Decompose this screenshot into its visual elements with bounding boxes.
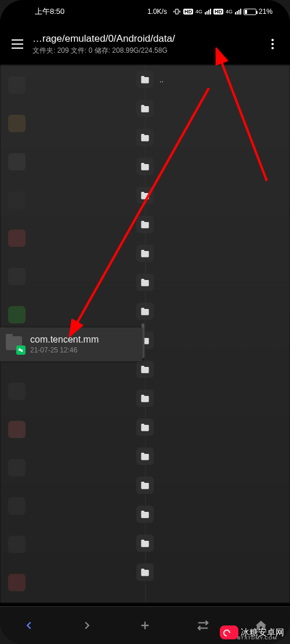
app-icon bbox=[8, 574, 26, 591]
app-icon bbox=[8, 459, 26, 476]
folder-item[interactable] bbox=[136, 216, 154, 233]
watermark: 冰糖安卓网 BTXTDMY.COM bbox=[220, 625, 284, 639]
wechat-badge-icon bbox=[16, 345, 26, 355]
folder-icon bbox=[6, 335, 24, 354]
folder-item[interactable] bbox=[136, 245, 154, 262]
breadcrumb-path[interactable]: …rage/emulated/0/Android/data/ bbox=[32, 33, 262, 45]
app-icon bbox=[8, 536, 26, 553]
app-icon bbox=[8, 268, 26, 285]
file-list: .. com.tencent.mm 21-07-25 12:46 bbox=[0, 65, 290, 603]
signal-icon-1 bbox=[205, 9, 211, 14]
folder-up-label: .. bbox=[160, 75, 164, 84]
folder-item[interactable] bbox=[136, 390, 154, 407]
folder-icon bbox=[136, 158, 154, 175]
app-icon bbox=[8, 421, 26, 438]
folder-item[interactable] bbox=[136, 158, 154, 175]
status-bar: 上午8:50 1.0K/s HD 4G HD 4G 21% bbox=[0, 0, 290, 23]
net-type-1: 4G bbox=[195, 9, 202, 14]
folder-icon bbox=[136, 390, 154, 407]
hd-badge-2: HD bbox=[213, 9, 223, 14]
add-button[interactable] bbox=[128, 611, 162, 640]
battery-pct: 21% bbox=[259, 8, 273, 16]
folder-icon bbox=[136, 505, 154, 523]
folder-item[interactable] bbox=[136, 303, 154, 320]
app-icon bbox=[8, 115, 26, 132]
watermark-sub: BTXTDMY.COM bbox=[237, 635, 277, 641]
app-icon bbox=[8, 383, 26, 400]
item-name: com.tencent.mm bbox=[30, 334, 99, 345]
folder-icon bbox=[136, 274, 154, 291]
app-icon bbox=[8, 306, 26, 323]
folder-item[interactable] bbox=[136, 563, 154, 581]
folder-item[interactable] bbox=[136, 187, 154, 204]
folder-item[interactable] bbox=[136, 274, 154, 291]
folder-icon bbox=[136, 476, 154, 494]
folder-item[interactable] bbox=[136, 129, 154, 146]
folder-icon bbox=[136, 71, 154, 88]
folder-up[interactable]: .. bbox=[136, 71, 154, 88]
app-icon bbox=[8, 77, 26, 94]
folder-icon bbox=[136, 187, 154, 204]
folder-item[interactable] bbox=[136, 534, 154, 552]
folder-item[interactable] bbox=[136, 419, 154, 436]
folder-item[interactable] bbox=[136, 476, 154, 494]
folder-icon bbox=[136, 419, 154, 436]
storage-stats: 文件夹: 209 文件: 0 储存: 208.99G/224.58G bbox=[32, 46, 262, 56]
status-time: 上午8:50 bbox=[35, 6, 64, 17]
hd-badge-1: HD bbox=[183, 9, 193, 14]
folder-icon bbox=[136, 216, 154, 233]
signal-icon-2 bbox=[235, 9, 241, 14]
app-icon bbox=[8, 230, 26, 247]
folder-icon bbox=[136, 361, 154, 378]
folder-item[interactable] bbox=[136, 100, 154, 117]
watermark-icon bbox=[220, 625, 238, 639]
app-icon bbox=[8, 191, 26, 209]
forward-button[interactable] bbox=[70, 611, 104, 640]
folder-item[interactable] bbox=[136, 361, 154, 378]
item-date: 21-07-25 12:46 bbox=[30, 346, 99, 354]
folder-icon bbox=[136, 100, 154, 117]
list-item-highlighted[interactable]: com.tencent.mm 21-07-25 12:46 bbox=[0, 328, 142, 361]
folder-icon bbox=[136, 245, 154, 262]
svg-rect-0 bbox=[176, 9, 179, 14]
vibrate-icon bbox=[173, 8, 181, 16]
folder-icon bbox=[136, 534, 154, 552]
back-button[interactable] bbox=[12, 611, 46, 640]
transfer-button[interactable] bbox=[186, 611, 220, 640]
app-icon bbox=[8, 153, 26, 170]
battery-icon bbox=[244, 9, 256, 15]
folder-icon bbox=[136, 447, 154, 465]
more-icon[interactable] bbox=[262, 34, 283, 54]
menu-icon[interactable] bbox=[7, 35, 28, 53]
folder-item[interactable] bbox=[136, 447, 154, 465]
app-header: …rage/emulated/0/Android/data/ 文件夹: 209 … bbox=[0, 23, 290, 65]
folder-item[interactable] bbox=[136, 505, 154, 523]
net-type-2: 4G bbox=[226, 9, 233, 14]
app-icon bbox=[8, 497, 26, 515]
folder-icon bbox=[136, 563, 154, 581]
folder-icon bbox=[136, 129, 154, 146]
network-speed: 1.0K/s bbox=[147, 8, 167, 16]
folder-icon bbox=[136, 303, 154, 320]
